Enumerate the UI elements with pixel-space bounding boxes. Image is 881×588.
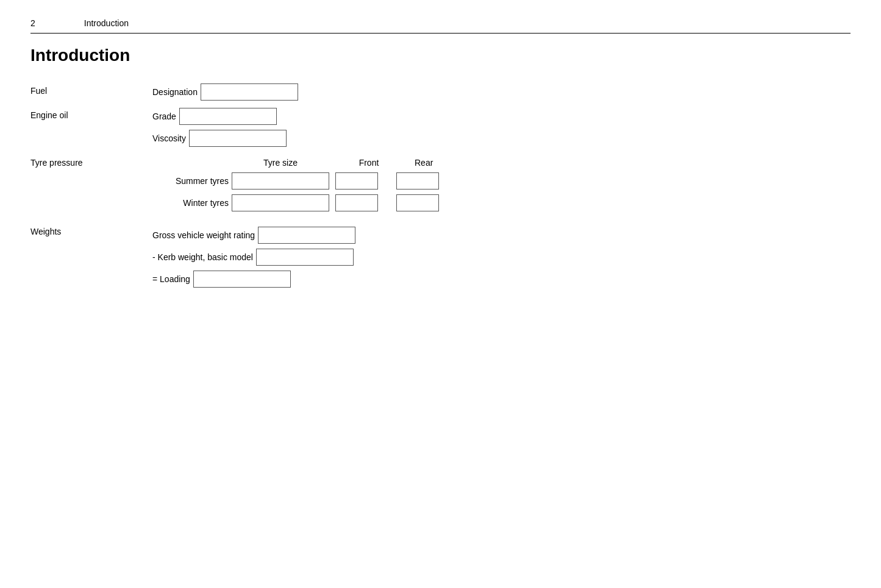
weights-content: Weights Gross vehicle weight rating - Ke… xyxy=(30,227,851,288)
content-area: Fuel Designation Engine oil Grade Viscos… xyxy=(30,83,851,288)
summer-tyres-label: Summer tyres xyxy=(152,176,229,186)
winter-tyre-size-box[interactable] xyxy=(232,194,329,211)
summer-rear-box[interactable] xyxy=(396,172,439,190)
kerb-weight-row: - Kerb weight, basic model xyxy=(152,249,355,266)
gross-weight-row: Gross vehicle weight rating xyxy=(152,227,355,244)
fuel-designation-row: Designation xyxy=(152,83,298,101)
winter-tyres-fields: Winter tyres xyxy=(152,194,439,211)
col-front-header: Front xyxy=(329,158,408,168)
kerb-weight-label: - Kerb weight, basic model xyxy=(152,252,253,262)
engine-oil-viscosity-box[interactable] xyxy=(189,130,287,147)
summer-front-box[interactable] xyxy=(335,172,378,190)
weights-section: Weights Gross vehicle weight rating - Ke… xyxy=(30,227,851,288)
engine-oil-viscosity-label: Viscosity xyxy=(152,133,186,143)
engine-oil-section: Engine oil Grade Viscosity xyxy=(30,108,851,147)
fuel-fields: Designation xyxy=(152,83,298,101)
fuel-designation-label: Designation xyxy=(152,87,198,97)
fuel-designation-box[interactable] xyxy=(201,83,298,101)
weights-fields: Gross vehicle weight rating - Kerb weigh… xyxy=(152,227,355,288)
loading-row: = Loading xyxy=(152,271,355,288)
gross-weight-label: Gross vehicle weight rating xyxy=(152,230,255,240)
loading-label: = Loading xyxy=(152,274,190,284)
kerb-weight-box[interactable] xyxy=(256,249,354,266)
summer-tyre-size-box[interactable] xyxy=(232,172,329,190)
tyre-column-headers: Tyre size Front Rear xyxy=(232,158,488,168)
fuel-section: Fuel Designation xyxy=(30,83,851,101)
tyre-pressure-section-label: Tyre pressure xyxy=(30,158,152,168)
engine-oil-label: Engine oil xyxy=(30,108,152,120)
winter-tyres-label: Winter tyres xyxy=(152,198,229,208)
engine-oil-grade-box[interactable] xyxy=(179,108,277,125)
page-container: 2 Introduction Introduction Fuel Designa… xyxy=(0,0,881,306)
summer-tyres-fields: Summer tyres xyxy=(152,172,439,190)
loading-box[interactable] xyxy=(193,271,291,288)
tyre-header-row: Tyre pressure Tyre size Front Rear xyxy=(30,158,851,168)
engine-oil-fields: Grade Viscosity xyxy=(152,108,287,147)
page-title: Introduction xyxy=(30,46,851,65)
engine-oil-grade-row: Grade xyxy=(152,108,287,125)
summer-tyres-row: Summer tyres xyxy=(30,172,851,190)
col-rear-header: Rear xyxy=(408,158,488,168)
page-header: 2 Introduction xyxy=(30,18,851,34)
header-title: Introduction xyxy=(84,18,129,28)
engine-oil-viscosity-row: Viscosity xyxy=(152,130,287,147)
winter-front-box[interactable] xyxy=(335,194,378,211)
engine-oil-grade-label: Grade xyxy=(152,112,176,121)
gross-weight-box[interactable] xyxy=(258,227,355,244)
fuel-label: Fuel xyxy=(30,83,152,96)
weights-label: Weights xyxy=(30,227,152,236)
page-number: 2 xyxy=(30,18,35,28)
col-tyre-size-header: Tyre size xyxy=(232,158,329,168)
tyre-pressure-section: Tyre pressure Tyre size Front Rear Summe… xyxy=(30,158,851,211)
winter-tyres-row: Winter tyres xyxy=(30,194,851,211)
winter-rear-box[interactable] xyxy=(396,194,439,211)
